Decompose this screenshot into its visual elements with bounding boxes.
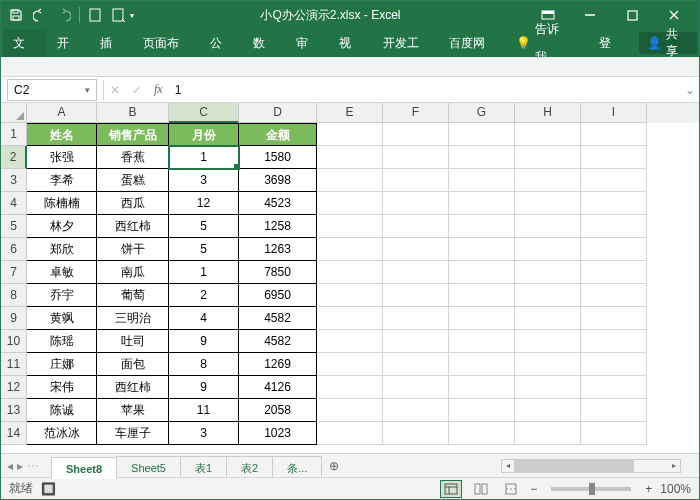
cell[interactable] bbox=[449, 261, 515, 284]
redo-icon[interactable] bbox=[53, 4, 75, 26]
cell[interactable] bbox=[449, 376, 515, 399]
zoom-in-icon[interactable]: + bbox=[645, 482, 652, 496]
cell[interactable] bbox=[383, 238, 449, 261]
cell[interactable] bbox=[383, 169, 449, 192]
page-icon[interactable] bbox=[84, 4, 106, 26]
cell[interactable] bbox=[515, 238, 581, 261]
expand-formula-icon[interactable]: ⌄ bbox=[681, 83, 699, 97]
cell[interactable] bbox=[515, 376, 581, 399]
spreadsheet-grid[interactable]: 1姓名销售产品月份金额2张强香蕉115803李希蛋糕336984陈楠楠西瓜124… bbox=[1, 123, 699, 453]
cell[interactable] bbox=[449, 169, 515, 192]
cell[interactable] bbox=[317, 376, 383, 399]
cell[interactable]: 车厘子 bbox=[97, 422, 169, 445]
cell[interactable] bbox=[449, 215, 515, 238]
cell[interactable]: 4582 bbox=[239, 307, 317, 330]
cell[interactable]: 饼干 bbox=[97, 238, 169, 261]
cell[interactable] bbox=[581, 192, 647, 215]
cell[interactable]: 1580 bbox=[239, 146, 317, 169]
cell[interactable]: 苹果 bbox=[97, 399, 169, 422]
tab-视图[interactable]: 视图 bbox=[329, 29, 372, 57]
cell[interactable] bbox=[317, 123, 383, 146]
cell[interactable]: 3 bbox=[169, 422, 239, 445]
cell[interactable]: 乔宇 bbox=[27, 284, 97, 307]
cell[interactable]: 宋伟 bbox=[27, 376, 97, 399]
scroll-left-icon[interactable]: ◂ bbox=[502, 460, 514, 472]
cell[interactable] bbox=[581, 284, 647, 307]
cell[interactable] bbox=[581, 399, 647, 422]
horizontal-scrollbar[interactable]: ◂ ▸ bbox=[501, 459, 681, 473]
cell[interactable] bbox=[383, 330, 449, 353]
col-header-E[interactable]: E bbox=[317, 103, 383, 123]
cell[interactable]: 6950 bbox=[239, 284, 317, 307]
tab-开发工具[interactable]: 开发工具 bbox=[373, 29, 440, 57]
cell[interactable]: 11 bbox=[169, 399, 239, 422]
cell[interactable] bbox=[383, 353, 449, 376]
view-pagebreak-icon[interactable] bbox=[500, 480, 522, 498]
row-header[interactable]: 12 bbox=[1, 376, 27, 399]
cell[interactable]: 7850 bbox=[239, 261, 317, 284]
col-header-F[interactable]: F bbox=[383, 103, 449, 123]
cell[interactable]: 4523 bbox=[239, 192, 317, 215]
cell[interactable]: 8 bbox=[169, 353, 239, 376]
tab-百度网盘[interactable]: 百度网盘 bbox=[439, 29, 506, 57]
cell[interactable]: 林夕 bbox=[27, 215, 97, 238]
cell[interactable] bbox=[449, 353, 515, 376]
cell[interactable] bbox=[581, 238, 647, 261]
cell[interactable] bbox=[383, 215, 449, 238]
cell[interactable]: 3 bbox=[169, 169, 239, 192]
cell[interactable] bbox=[449, 330, 515, 353]
cell[interactable] bbox=[515, 422, 581, 445]
cell[interactable]: 销售产品 bbox=[97, 123, 169, 146]
cell[interactable]: 三明治 bbox=[97, 307, 169, 330]
cell[interactable]: 香蕉 bbox=[97, 146, 169, 169]
sheet-tab[interactable]: 表2 bbox=[226, 456, 273, 478]
cell[interactable]: 范冰冰 bbox=[27, 422, 97, 445]
cell[interactable] bbox=[515, 215, 581, 238]
cell[interactable] bbox=[449, 284, 515, 307]
undo-icon[interactable] bbox=[29, 4, 51, 26]
col-header-H[interactable]: H bbox=[515, 103, 581, 123]
cell[interactable]: 金额 bbox=[239, 123, 317, 146]
tellme[interactable]: 💡告诉我... bbox=[506, 29, 590, 57]
touch-icon[interactable] bbox=[108, 4, 130, 26]
cell[interactable]: 蛋糕 bbox=[97, 169, 169, 192]
cell[interactable]: 1 bbox=[169, 146, 239, 169]
cell[interactable] bbox=[515, 123, 581, 146]
cell[interactable] bbox=[449, 399, 515, 422]
row-header[interactable]: 11 bbox=[1, 353, 27, 376]
col-header-B[interactable]: B bbox=[97, 103, 169, 123]
zoom-out-icon[interactable]: − bbox=[530, 482, 537, 496]
cell[interactable]: 4126 bbox=[239, 376, 317, 399]
col-header-I[interactable]: I bbox=[581, 103, 647, 123]
cell[interactable] bbox=[383, 192, 449, 215]
cell[interactable] bbox=[317, 422, 383, 445]
login-link[interactable]: 登录 bbox=[589, 29, 633, 57]
row-header[interactable]: 1 bbox=[1, 123, 27, 146]
view-pagelayout-icon[interactable] bbox=[470, 480, 492, 498]
row-header[interactable]: 14 bbox=[1, 422, 27, 445]
cell[interactable] bbox=[317, 284, 383, 307]
row-header[interactable]: 9 bbox=[1, 307, 27, 330]
cell[interactable]: 陈瑶 bbox=[27, 330, 97, 353]
zoom-level[interactable]: 100% bbox=[660, 482, 691, 496]
cell[interactable] bbox=[449, 422, 515, 445]
cell[interactable]: 2058 bbox=[239, 399, 317, 422]
cell[interactable] bbox=[383, 422, 449, 445]
tab-审阅[interactable]: 审阅 bbox=[286, 29, 329, 57]
save-icon[interactable] bbox=[5, 4, 27, 26]
cell[interactable] bbox=[317, 307, 383, 330]
scroll-right-icon[interactable]: ▸ bbox=[668, 460, 680, 472]
fx-icon[interactable]: fx bbox=[154, 82, 163, 97]
sheet-nav-next-icon[interactable]: ▸ bbox=[17, 459, 23, 473]
cell[interactable] bbox=[317, 238, 383, 261]
row-header[interactable]: 7 bbox=[1, 261, 27, 284]
tab-公式[interactable]: 公式 bbox=[200, 29, 243, 57]
cell[interactable]: 1 bbox=[169, 261, 239, 284]
cell[interactable]: 陈楠楠 bbox=[27, 192, 97, 215]
cell[interactable]: 1258 bbox=[239, 215, 317, 238]
cell[interactable] bbox=[515, 399, 581, 422]
sheet-tab[interactable]: Sheet8 bbox=[51, 457, 117, 479]
cell[interactable] bbox=[581, 353, 647, 376]
row-header[interactable]: 4 bbox=[1, 192, 27, 215]
cell[interactable]: 张强 bbox=[27, 146, 97, 169]
